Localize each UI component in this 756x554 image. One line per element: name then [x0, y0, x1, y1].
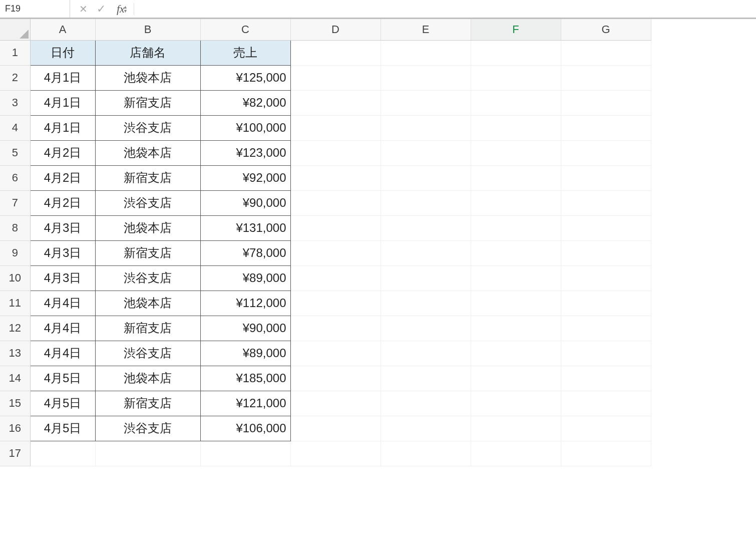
cell-E2[interactable] — [381, 65, 471, 90]
row-header-11[interactable]: 11 — [0, 291, 30, 316]
cell-F15[interactable] — [471, 391, 561, 416]
cell-B10[interactable]: 渋谷支店 — [95, 265, 200, 291]
row-header-14[interactable]: 14 — [0, 366, 30, 391]
cell-D7[interactable] — [290, 190, 381, 215]
cell-C6[interactable]: ¥92,000 — [200, 165, 290, 190]
cell-D14[interactable] — [290, 366, 381, 391]
cell-C9[interactable]: ¥78,000 — [200, 240, 290, 265]
cell-A8[interactable]: 4月3日 — [30, 215, 95, 240]
cell-A10[interactable]: 4月3日 — [30, 265, 95, 291]
cell-A9[interactable]: 4月3日 — [30, 240, 95, 265]
row-header-8[interactable]: 8 — [0, 215, 30, 240]
cell-A16[interactable]: 4月5日 — [30, 416, 95, 441]
cell-C10[interactable]: ¥89,000 — [200, 265, 290, 291]
cell-E5[interactable] — [381, 140, 471, 165]
cell-E6[interactable] — [381, 165, 471, 190]
cell-F13[interactable] — [471, 341, 561, 366]
row-header-6[interactable]: 6 — [0, 165, 30, 190]
cell-C2[interactable]: ¥125,000 — [200, 65, 290, 90]
cell-B4[interactable]: 渋谷支店 — [95, 115, 200, 140]
cell-F11[interactable] — [471, 291, 561, 316]
row-header-17[interactable]: 17 — [0, 441, 30, 466]
cell-D16[interactable] — [290, 416, 381, 441]
cell-G12[interactable] — [561, 316, 651, 341]
cell-B1[interactable]: 店舗名 — [95, 40, 200, 65]
cell-D5[interactable] — [290, 140, 381, 165]
cancel-formula-icon[interactable]: ✕ — [79, 3, 88, 15]
cell-G16[interactable] — [561, 416, 651, 441]
cell-C17[interactable] — [200, 441, 290, 466]
cell-G11[interactable] — [561, 291, 651, 316]
cell-B7[interactable]: 渋谷支店 — [95, 190, 200, 215]
cell-D2[interactable] — [290, 65, 381, 90]
cell-B16[interactable]: 渋谷支店 — [95, 416, 200, 441]
cell-A2[interactable]: 4月1日 — [30, 65, 95, 90]
cell-B11[interactable]: 池袋本店 — [95, 291, 200, 316]
cell-D15[interactable] — [290, 391, 381, 416]
cell-D3[interactable] — [290, 90, 381, 115]
cell-F8[interactable] — [471, 215, 561, 240]
cell-F9[interactable] — [471, 240, 561, 265]
cell-E16[interactable] — [381, 416, 471, 441]
cell-G7[interactable] — [561, 190, 651, 215]
cell-A11[interactable]: 4月4日 — [30, 291, 95, 316]
row-header-12[interactable]: 12 — [0, 316, 30, 341]
cell-B6[interactable]: 新宿支店 — [95, 165, 200, 190]
cell-D13[interactable] — [290, 341, 381, 366]
cell-B2[interactable]: 池袋本店 — [95, 65, 200, 90]
row-header-10[interactable]: 10 — [0, 265, 30, 291]
cell-F16[interactable] — [471, 416, 561, 441]
cell-C16[interactable]: ¥106,000 — [200, 416, 290, 441]
cell-G5[interactable] — [561, 140, 651, 165]
cell-G9[interactable] — [561, 240, 651, 265]
row-header-7[interactable]: 7 — [0, 190, 30, 215]
cell-C15[interactable]: ¥121,000 — [200, 391, 290, 416]
cell-E14[interactable] — [381, 366, 471, 391]
cell-F10[interactable] — [471, 265, 561, 291]
cell-C7[interactable]: ¥90,000 — [200, 190, 290, 215]
cell-A4[interactable]: 4月1日 — [30, 115, 95, 140]
cell-E4[interactable] — [381, 115, 471, 140]
cell-C12[interactable]: ¥90,000 — [200, 316, 290, 341]
cell-F7[interactable] — [471, 190, 561, 215]
row-header-9[interactable]: 9 — [0, 240, 30, 265]
cell-C8[interactable]: ¥131,000 — [200, 215, 290, 240]
cell-F6[interactable] — [471, 165, 561, 190]
cell-E8[interactable] — [381, 215, 471, 240]
accept-formula-icon[interactable]: ✓ — [97, 3, 106, 16]
cell-D9[interactable] — [290, 240, 381, 265]
cell-B12[interactable]: 新宿支店 — [95, 316, 200, 341]
col-header-A[interactable]: A — [30, 19, 95, 40]
row-header-16[interactable]: 16 — [0, 416, 30, 441]
cell-E17[interactable] — [381, 441, 471, 466]
cell-E3[interactable] — [381, 90, 471, 115]
fx-icon[interactable]: fx — [117, 3, 125, 16]
row-header-13[interactable]: 13 — [0, 341, 30, 366]
cell-B15[interactable]: 新宿支店 — [95, 391, 200, 416]
cell-E7[interactable] — [381, 190, 471, 215]
cell-A5[interactable]: 4月2日 — [30, 140, 95, 165]
row-header-2[interactable]: 2 — [0, 65, 30, 90]
cell-F12[interactable] — [471, 316, 561, 341]
cell-B13[interactable]: 渋谷支店 — [95, 341, 200, 366]
cell-C1[interactable]: 売上 — [200, 40, 290, 65]
cell-A13[interactable]: 4月4日 — [30, 341, 95, 366]
cell-A7[interactable]: 4月2日 — [30, 190, 95, 215]
cell-F5[interactable] — [471, 140, 561, 165]
cell-G10[interactable] — [561, 265, 651, 291]
cell-D12[interactable] — [290, 316, 381, 341]
cell-G15[interactable] — [561, 391, 651, 416]
cell-G14[interactable] — [561, 366, 651, 391]
cell-A12[interactable]: 4月4日 — [30, 316, 95, 341]
col-header-E[interactable]: E — [381, 19, 471, 40]
cell-F1[interactable] — [471, 40, 561, 65]
row-header-15[interactable]: 15 — [0, 391, 30, 416]
cell-B5[interactable]: 池袋本店 — [95, 140, 200, 165]
cell-E15[interactable] — [381, 391, 471, 416]
col-header-G[interactable]: G — [561, 19, 651, 40]
cell-B8[interactable]: 池袋本店 — [95, 215, 200, 240]
cell-G2[interactable] — [561, 65, 651, 90]
cell-D4[interactable] — [290, 115, 381, 140]
cell-G4[interactable] — [561, 115, 651, 140]
cell-A15[interactable]: 4月5日 — [30, 391, 95, 416]
